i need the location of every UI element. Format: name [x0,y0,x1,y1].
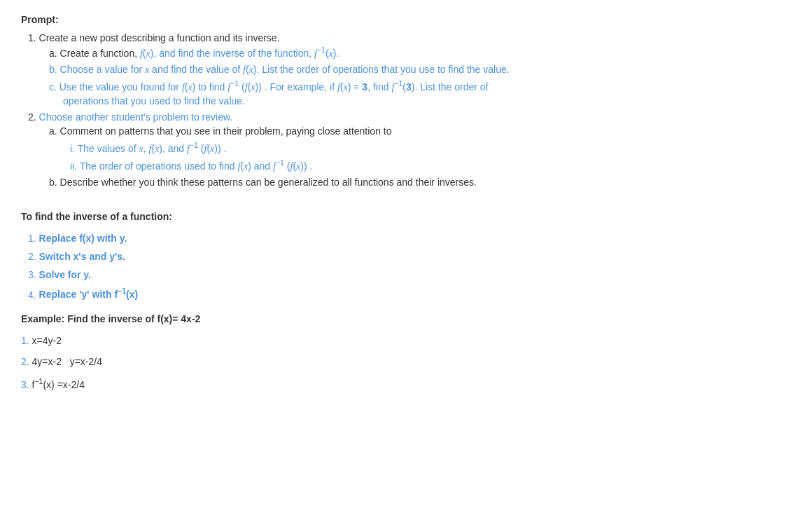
inverse-heading: To find the inverse of a function: [21,211,791,222]
inner-list-2: a. Comment on patterns that you see in t… [28,124,791,189]
step-3-text: Solve for y. [39,269,91,280]
step-2: 2. Switch x's and y's. [28,249,791,264]
page-container: Prompt: 1. Create a new post describing … [0,0,812,508]
item-1b: b. Choose a value for x and find the val… [49,62,791,77]
item-2a: a. Comment on patterns that you see in t… [49,124,791,173]
item-2a-ii: ii. The order of operations used to find… [70,158,791,174]
list-item-1: 1. Create a new post describing a functi… [28,32,791,109]
step-4-text: Replace 'y' with f−1(x) [39,289,139,300]
example-step-1: 1. x=4y-2 [21,335,791,346]
item-1-number: 1. [28,32,39,43]
steps-list: 1. Replace f(x) with y. 2. Switch x's an… [21,231,791,303]
step-1-text: Replace f(x) with y. [39,233,127,244]
item-2-text: Choose another student's problem to revi… [39,111,233,123]
item-2b: b. Describe whether you think these patt… [49,175,791,190]
item-1c: c. Use the value you found for f(x) to f… [49,78,791,109]
list-item-2: 2. Choose another student's problem to r… [28,111,791,189]
deeper-list-2a: i. The values of x, f(x), and f−1 (f(x))… [49,140,791,173]
step-2-text: Switch x's and y's. [39,251,125,262]
example-step-3: 3. f−1(x) =x-2/4 [21,377,791,390]
step-3: 3. Solve for y. [28,267,791,282]
inner-list-1: a. Create a function, f(x), and find the… [28,45,791,109]
example-step-2: 2. 4y=x-2 y=x-2/4 [21,356,791,367]
item-2a-i: i. The values of x, f(x), and f−1 (f(x))… [70,140,791,156]
step-4: 4. Replace 'y' with f−1(x) [28,286,791,303]
item-1a: a. Create a function, f(x), and find the… [49,45,791,61]
step-1: 1. Replace f(x) with y. [28,231,791,246]
item-1c-continuation: operations that you used to find the val… [49,94,791,109]
example-heading: Example: Find the inverse of f(x)= 4x-2 [21,313,791,324]
item-2-number: 2. [28,111,39,123]
outer-list: 1. Create a new post describing a functi… [21,32,791,190]
prompt-label: Prompt: [21,14,791,25]
item-1-text: Create a new post describing a function … [39,32,280,43]
